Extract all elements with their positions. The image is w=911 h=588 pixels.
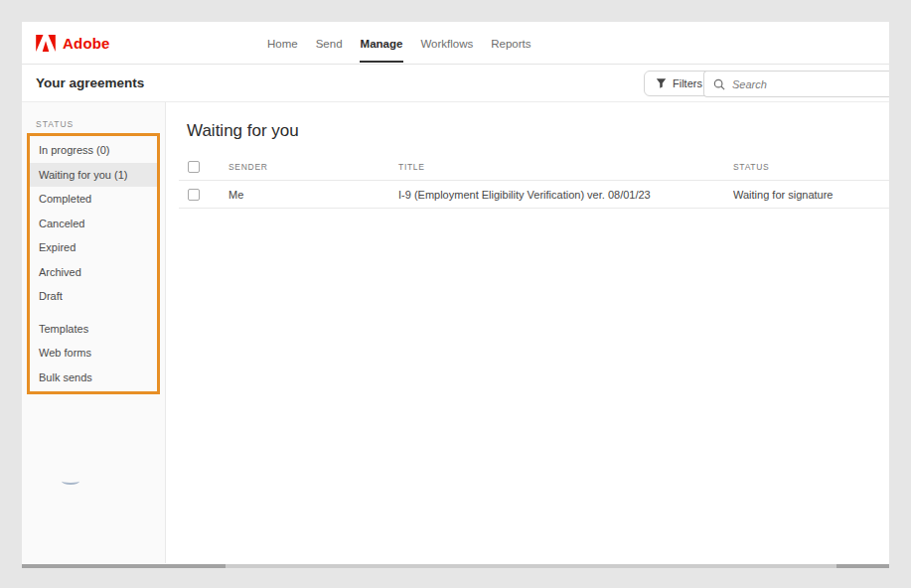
nav-tab-manage[interactable]: Manage bbox=[360, 24, 404, 63]
column-header-sender: SENDER bbox=[228, 162, 398, 172]
status-section-label: STATUS bbox=[36, 119, 165, 129]
filters-button-label: Filters bbox=[673, 77, 702, 89]
faint-loader-mark bbox=[62, 478, 79, 485]
adobe-logo-text: Adobe bbox=[63, 35, 110, 52]
search-box bbox=[703, 71, 889, 97]
filter-icon bbox=[656, 77, 667, 89]
agreements-toolbar: Your agreements Filters bbox=[22, 65, 889, 102]
agreements-main: Waiting for you SENDER TITLE STATUS Me I… bbox=[166, 102, 889, 563]
sidebar-item-completed[interactable]: Completed bbox=[30, 187, 157, 212]
row-title: I-9 (Employment Eligibility Verification… bbox=[398, 189, 733, 201]
sidebar-item-waiting-for-you[interactable]: Waiting for you (1) bbox=[30, 163, 157, 188]
table-header-row: SENDER TITLE STATUS bbox=[179, 154, 889, 181]
header-checkbox-cell bbox=[179, 161, 228, 173]
sidebar-highlight-outline: In progress (0) Waiting for you (1) Comp… bbox=[27, 133, 160, 394]
nav-tab-workflows[interactable]: Workflows bbox=[419, 24, 474, 63]
primary-nav: Home Send Manage Workflows Reports bbox=[266, 22, 531, 64]
column-header-status: STATUS bbox=[733, 162, 889, 172]
section-heading: Waiting for you bbox=[187, 121, 889, 141]
scrollbar-thumb-left[interactable] bbox=[22, 564, 226, 568]
agreements-table: SENDER TITLE STATUS Me I-9 (Employment E… bbox=[179, 154, 889, 209]
sidebar-item-archived[interactable]: Archived bbox=[30, 260, 157, 285]
top-nav-bar: Adobe Home Send Manage Workflows Reports bbox=[22, 22, 889, 65]
row-checkbox-cell bbox=[179, 189, 228, 201]
nav-tab-reports[interactable]: Reports bbox=[490, 24, 531, 63]
app-window: Adobe Home Send Manage Workflows Reports… bbox=[22, 22, 889, 564]
sidebar-item-draft[interactable]: Draft bbox=[30, 284, 157, 309]
page-title: Your agreements bbox=[22, 75, 144, 90]
nav-tab-send[interactable]: Send bbox=[315, 24, 344, 63]
search-icon bbox=[713, 78, 725, 90]
sidebar-item-in-progress[interactable]: In progress (0) bbox=[30, 138, 157, 163]
content-area: STATUS In progress (0) Waiting for you (… bbox=[22, 102, 889, 563]
status-sidebar: STATUS In progress (0) Waiting for you (… bbox=[22, 102, 166, 563]
adobe-logo-icon bbox=[36, 35, 56, 52]
row-status: Waiting for signature bbox=[733, 189, 889, 201]
horizontal-scrollbar bbox=[22, 564, 889, 568]
adobe-logo[interactable]: Adobe bbox=[22, 35, 110, 52]
sidebar-item-canceled[interactable]: Canceled bbox=[30, 212, 157, 236]
row-sender: Me bbox=[228, 189, 398, 201]
sidebar-item-bulk-sends[interactable]: Bulk sends bbox=[30, 366, 157, 390]
scrollbar-thumb-right[interactable] bbox=[836, 564, 889, 568]
sidebar-item-expired[interactable]: Expired bbox=[30, 235, 157, 260]
sidebar-item-templates[interactable]: Templates bbox=[30, 317, 157, 342]
table-row[interactable]: Me I-9 (Employment Eligibility Verificat… bbox=[179, 181, 889, 209]
sidebar-item-web-forms[interactable]: Web forms bbox=[30, 341, 157, 366]
sidebar-group-divider bbox=[30, 309, 157, 317]
row-checkbox[interactable] bbox=[188, 189, 200, 201]
search-input[interactable] bbox=[732, 78, 861, 90]
select-all-checkbox[interactable] bbox=[188, 161, 200, 173]
nav-tab-home[interactable]: Home bbox=[266, 24, 299, 63]
column-header-title: TITLE bbox=[398, 162, 733, 172]
